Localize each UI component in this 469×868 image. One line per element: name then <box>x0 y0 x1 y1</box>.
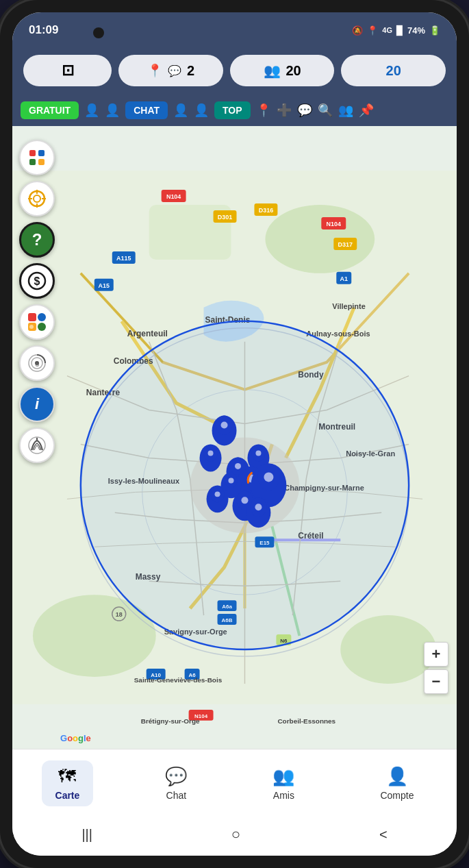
svg-point-60 <box>221 422 228 429</box>
svg-point-101 <box>38 313 46 321</box>
zoom-out-button[interactable]: − <box>424 669 448 694</box>
info-icon: i <box>35 395 39 413</box>
location-icon: 📍 <box>367 25 378 36</box>
svg-point-3 <box>340 615 436 684</box>
svg-text:N104: N104 <box>166 193 181 200</box>
add-person-icon[interactable]: ➕ <box>277 103 292 118</box>
svg-text:D301: D301 <box>218 214 232 221</box>
svg-text:18: 18 <box>116 611 123 618</box>
scan-icon: ⊡ <box>62 62 74 79</box>
svg-text:⊛: ⊛ <box>35 362 40 368</box>
home-button[interactable]: ○ <box>215 820 257 849</box>
map-area[interactable]: N104 D301 D316 N104 D317 A115 A15 <box>12 126 457 749</box>
apps-menu-button[interactable] <box>19 140 55 175</box>
svg-point-63 <box>208 450 214 456</box>
amis-label: Amis <box>273 790 294 801</box>
map-svg: N104 D301 D316 N104 D317 A115 A15 <box>12 126 457 749</box>
add-friends-button[interactable]: 👥 20 <box>230 55 335 86</box>
status-time: 01:09 <box>29 23 58 37</box>
status-icons: 🔕 📍 4G ▉ 74% 🔋 <box>352 25 440 36</box>
google-logo: Google <box>60 733 91 743</box>
phone-screen: 01:09 🔕 📍 4G ▉ 74% 🔋 ⊡ 📍 💬 2 👥 <box>12 12 457 856</box>
svg-text:Corbeil-Essonnes: Corbeil-Essonnes <box>277 717 335 725</box>
svg-rect-100 <box>28 313 36 321</box>
location-filter-icon[interactable]: 📌 <box>359 103 374 118</box>
status-bar: 01:09 🔕 📍 4G ▉ 74% 🔋 <box>12 12 457 48</box>
svg-point-87 <box>255 504 262 510</box>
location-count-button[interactable]: 📍 💬 2 <box>118 55 223 86</box>
carte-nav-item[interactable]: 🗺 Carte <box>42 760 94 806</box>
svg-text:Villepinte: Villepinte <box>332 302 366 310</box>
back-button[interactable]: < <box>363 821 404 848</box>
compte-nav-item[interactable]: 👤 Compte <box>366 760 427 806</box>
svg-text:Brétigny-sur-Orge: Brétigny-sur-Orge <box>141 717 200 725</box>
zoom-in-button[interactable]: + <box>424 642 448 667</box>
top-count-value: 20 <box>386 63 401 79</box>
top-filter[interactable]: TOP <box>214 101 251 119</box>
svg-text:A115: A115 <box>116 255 131 262</box>
social-button[interactable] <box>19 304 55 340</box>
antenna-button[interactable] <box>19 427 55 463</box>
help-icon: ? <box>32 230 42 249</box>
svg-text:N104: N104 <box>327 221 341 227</box>
chat-filter[interactable]: CHAT <box>125 101 168 119</box>
chat-icon: 💬 <box>165 766 187 787</box>
sidebar: ? $ <box>19 140 55 463</box>
svg-point-81 <box>241 497 248 504</box>
carte-label: Carte <box>55 790 80 801</box>
person-filter-icon4[interactable]: 👤 <box>194 103 209 118</box>
svg-text:D317: D317 <box>338 241 353 248</box>
mute-icon: 🔕 <box>352 25 363 36</box>
phone-frame: 01:09 🔕 📍 4G ▉ 74% 🔋 ⊡ 📍 💬 2 👥 <box>0 0 469 868</box>
svg-point-1 <box>265 205 375 273</box>
locate-button[interactable] <box>19 181 55 216</box>
location-pin-icon: 📍 <box>147 63 162 78</box>
help-button[interactable]: ? <box>19 222 55 258</box>
svg-text:Sainte-Geneviève-des-Bois: Sainte-Geneviève-des-Bois <box>134 676 223 684</box>
amis-icon: 👥 <box>272 766 294 787</box>
zoom-controls: + − <box>424 642 448 694</box>
signal-icon: ▉ <box>396 25 403 36</box>
svg-text:Argenteuil: Argenteuil <box>127 329 168 338</box>
gratuit-filter[interactable]: GRATUIT <box>21 101 79 119</box>
radar-button[interactable]: ⊛ <box>19 345 55 381</box>
person-filter-icon1[interactable]: 👤 <box>84 103 99 118</box>
compte-icon: 👤 <box>386 766 408 787</box>
message-icon[interactable]: 💬 <box>297 103 312 118</box>
dollar-button[interactable]: $ <box>19 263 55 299</box>
svg-text:A15: A15 <box>99 282 110 289</box>
chat-label: Chat <box>166 790 187 801</box>
svg-rect-88 <box>29 150 36 156</box>
svg-text:Aulnay-sous-Bois: Aulnay-sous-Bois <box>306 330 370 338</box>
system-nav: ||| ○ < <box>12 817 457 856</box>
svg-point-78 <box>264 472 273 482</box>
svg-point-84 <box>215 491 220 497</box>
svg-rect-90 <box>29 159 36 165</box>
top-count-button[interactable]: 20 <box>341 55 446 86</box>
person-filter-icon2[interactable]: 👤 <box>105 103 120 118</box>
svg-point-93 <box>34 195 40 202</box>
bottom-nav: 🗺 Carte 💬 Chat 👥 Amis 👤 Compte <box>12 749 457 817</box>
people-search-icon[interactable]: 👥 <box>338 103 353 118</box>
search-radar-icon[interactable]: 🔍 <box>318 103 333 118</box>
svg-text:$: $ <box>34 275 40 287</box>
svg-rect-91 <box>38 159 45 165</box>
camera-notch <box>93 27 104 38</box>
compte-label: Compte <box>380 790 414 801</box>
amis-nav-item[interactable]: 👥 Amis <box>259 760 308 806</box>
battery-icon: 🔋 <box>429 25 440 36</box>
add-friends-icon: 👥 <box>264 62 281 79</box>
info-button[interactable]: i <box>19 386 55 422</box>
recent-apps-button[interactable]: ||| <box>65 821 109 848</box>
scan-button[interactable]: ⊡ <box>23 55 112 86</box>
network-icon: 4G <box>382 26 392 34</box>
svg-point-69 <box>255 450 261 456</box>
chat-nav-item[interactable]: 💬 Chat <box>151 760 201 806</box>
filter-bar: GRATUIT 👤 👤 CHAT 👤 👤 TOP 📍 ➕ 💬 🔍 👥 📌 <box>12 96 457 126</box>
person-filter-icon3[interactable]: 👤 <box>173 103 188 118</box>
pin-filter-icon[interactable]: 📍 <box>256 103 271 118</box>
svg-rect-103 <box>38 323 46 331</box>
svg-point-75 <box>229 478 234 483</box>
carte-icon: 🗺 <box>58 766 76 787</box>
svg-point-104 <box>29 325 34 329</box>
